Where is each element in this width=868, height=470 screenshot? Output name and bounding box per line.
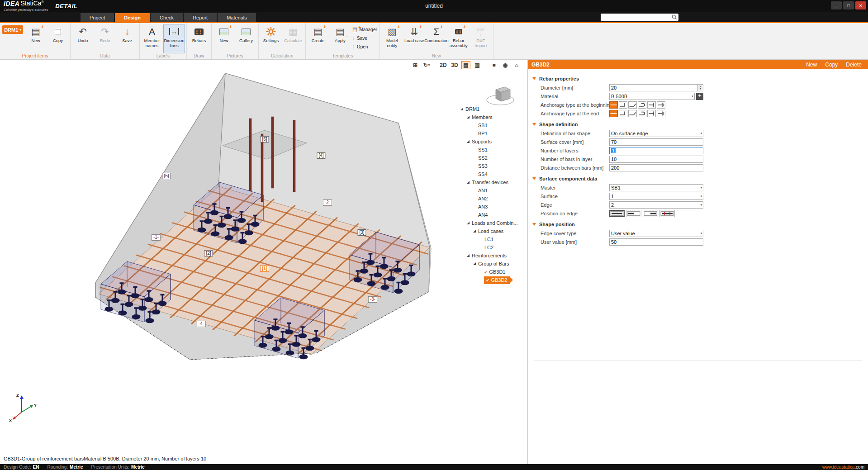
- tree-item-an1[interactable]: AN1: [460, 186, 527, 195]
- maximize-button[interactable]: □: [843, 1, 854, 9]
- tab-report[interactable]: Report: [184, 13, 217, 22]
- new-button[interactable]: +New: [213, 24, 235, 53]
- edge-cover-type-select[interactable]: User value▾: [609, 230, 703, 237]
- master-select[interactable]: SB1▾: [609, 184, 703, 191]
- diameter-mm-input[interactable]: 20: [609, 84, 697, 91]
- section-header-rebar-properties[interactable]: Rebar properties: [528, 74, 868, 83]
- tab-check[interactable]: Check: [151, 13, 183, 22]
- anchorage-begin-type-2-button[interactable]: [619, 101, 627, 109]
- tree-item-members[interactable]: Members: [460, 113, 527, 121]
- anchorage-begin-type-1-button[interactable]: [609, 101, 618, 109]
- entity-label-2[interactable]: [2]: [204, 250, 213, 256]
- tree-item-sb1[interactable]: SB1: [460, 121, 527, 129]
- open-button[interactable]: ↑Open: [351, 43, 378, 51]
- rebar-assembly-button[interactable]: +Rebar assembly: [448, 24, 470, 53]
- tree-item-reinforcements[interactable]: Reinforcements: [460, 252, 527, 260]
- new-button[interactable]: New: [806, 62, 817, 68]
- surface-cover-mm-input[interactable]: 70: [609, 138, 703, 146]
- active-project-item-selector[interactable]: DRM1▾: [2, 25, 23, 34]
- entity-label-5[interactable]: [5]: [162, 173, 171, 179]
- entity-label-6[interactable]: [6]: [260, 136, 269, 142]
- material-select[interactable]: B 500B▾: [609, 93, 695, 100]
- entity-label-1[interactable]: -1-: [152, 234, 161, 241]
- view-2d-icon[interactable]: 2D: [439, 61, 448, 69]
- close-button[interactable]: ✕: [855, 1, 866, 9]
- tree-item-an3[interactable]: AN3: [460, 203, 527, 211]
- tree-item-transfer-devices[interactable]: Transfer devices: [460, 178, 527, 186]
- anchorage-begin-type-4-button[interactable]: [638, 101, 646, 109]
- dimension-lines-button[interactable]: ↔Dimension lines: [163, 24, 185, 53]
- tab-materials[interactable]: Materials: [218, 13, 256, 22]
- solid-view-icon[interactable]: ■: [489, 61, 498, 69]
- anchorage-end-type-5-button[interactable]: [647, 110, 656, 117]
- position-on-edge-2-button[interactable]: [626, 210, 641, 217]
- apply-button[interactable]: ▤→Apply: [329, 24, 351, 53]
- copy-button[interactable]: Copy: [47, 24, 69, 53]
- anchorage-begin-type-6-button[interactable]: [657, 101, 665, 109]
- tree-item-ss3[interactable]: SS3: [460, 162, 527, 170]
- delete-button[interactable]: Delete: [846, 62, 862, 68]
- entity-label-4[interactable]: -4-: [197, 321, 206, 327]
- anchorage-begin-type-5-button[interactable]: [647, 101, 656, 109]
- tree-item-lc1[interactable]: LC1: [460, 235, 527, 243]
- zoom-fit-icon[interactable]: ⊞: [411, 61, 420, 69]
- tab-project[interactable]: Project: [81, 13, 114, 22]
- position-on-edge-4-button[interactable]: [659, 210, 675, 217]
- save-button[interactable]: ↓Save: [351, 34, 378, 42]
- entity-label-3[interactable]: -3-: [368, 296, 377, 303]
- anchorage-end-type-4-button[interactable]: [638, 110, 646, 117]
- section-header-shape-position[interactable]: Shape position: [528, 219, 868, 229]
- entity-label-1[interactable]: [1]: [260, 266, 269, 272]
- entity-label-2[interactable]: -2-: [323, 199, 332, 206]
- tree-item-ss4[interactable]: SS4: [460, 170, 527, 178]
- user-value-mm-input[interactable]: 50: [609, 238, 703, 246]
- tree-item-load-cases[interactable]: Load cases: [460, 227, 527, 235]
- edge-select[interactable]: 2▾: [609, 201, 703, 209]
- visibility-icon[interactable]: ◉: [501, 61, 510, 69]
- settings-button[interactable]: Settings: [260, 24, 282, 53]
- anchorage-end-type-1-button[interactable]: [609, 110, 618, 117]
- view-3d-icon[interactable]: 3D: [450, 61, 459, 69]
- scene-3d[interactable]: [0, 60, 527, 464]
- undo-button[interactable]: ↶Undo: [72, 24, 94, 53]
- website-primary[interactable]: www.ideastatica: [822, 465, 855, 470]
- tree-item-bp1[interactable]: BP1: [460, 129, 527, 138]
- copy-button[interactable]: Copy: [825, 62, 838, 68]
- section-header-surface-component-data[interactable]: Surface component data: [528, 174, 868, 183]
- view-top-icon[interactable]: ▤: [461, 61, 470, 69]
- website-link[interactable]: www.ideastatica.com: [822, 465, 868, 470]
- distance-between-bars-mm-input[interactable]: 200: [609, 164, 703, 171]
- entity-label-4[interactable]: [4]: [317, 152, 325, 159]
- save-button[interactable]: ↓Save: [116, 24, 138, 53]
- orbit-icon[interactable]: ↻▾: [422, 61, 431, 69]
- anchorage-end-type-6-button[interactable]: [657, 110, 665, 117]
- gallery-button[interactable]: Gallery: [235, 24, 257, 53]
- tree-item-gb3d1[interactable]: ✓GB3D1: [460, 268, 527, 276]
- home-view-icon[interactable]: ⌂: [512, 61, 521, 69]
- search-input[interactable]: [601, 14, 678, 21]
- create-button[interactable]: ▤+Create: [307, 24, 329, 53]
- tree-item-drm1[interactable]: DRM1: [460, 105, 527, 113]
- load-case-button[interactable]: ⇊+Load case: [403, 24, 425, 53]
- entity-label-3[interactable]: [3]: [357, 229, 366, 236]
- anchorage-begin-type-3-button[interactable]: [628, 101, 637, 109]
- tree-item-ss1[interactable]: SS1: [460, 146, 527, 154]
- tree-item-supports[interactable]: Supports: [460, 138, 527, 146]
- view-front-icon[interactable]: ▥: [473, 61, 482, 69]
- viewport-3d[interactable]: ⊞↻▾2D3D▤▥■◉⌂ [6][4][5]-2--1-[2][3][1]-3-…: [0, 60, 527, 464]
- tree-item-loads-and-combin[interactable]: Loads and Combin...: [460, 219, 527, 227]
- minimize-button[interactable]: –: [831, 1, 842, 9]
- definition-of-bar-shape-select[interactable]: On surface edge▾: [609, 130, 703, 137]
- new-button[interactable]: ▤+New: [25, 24, 47, 53]
- add-material-button[interactable]: +: [696, 93, 703, 100]
- tree-item-lc2[interactable]: LC2: [460, 243, 527, 252]
- position-on-edge-1-button[interactable]: [609, 210, 625, 217]
- tree-item-group-of-bars[interactable]: Group of Bars: [460, 260, 527, 268]
- model-entity-button[interactable]: ▧+Model entity: [381, 24, 403, 53]
- surface-select[interactable]: 1▾: [609, 193, 703, 200]
- manager-button[interactable]: ▤+Manager: [351, 25, 378, 33]
- tree-item-ss2[interactable]: SS2: [460, 154, 527, 162]
- search-icon[interactable]: [672, 14, 677, 20]
- combination-button[interactable]: Σ+Combination: [426, 24, 447, 53]
- tree-item-an4[interactable]: AN4: [460, 211, 527, 219]
